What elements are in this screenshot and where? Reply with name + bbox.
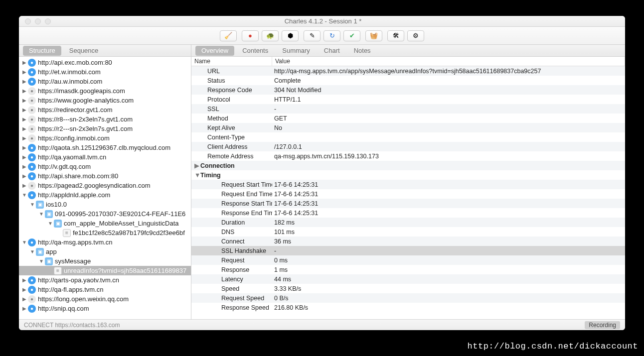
tree-node[interactable]: ▶●http://v.gdt.qq.com <box>19 162 191 171</box>
disclosure-icon[interactable]: ▶ <box>22 296 27 302</box>
table-row[interactable]: Request0 ms <box>191 255 625 265</box>
repeat-icon[interactable]: ↻ <box>323 30 340 41</box>
tab-notes[interactable]: Notes <box>347 45 378 56</box>
close-dot[interactable] <box>25 18 31 24</box>
table-row[interactable]: Request End Time17-6-6 14:25:31 <box>191 189 625 199</box>
disclosure-icon[interactable]: ▶ <box>22 98 27 103</box>
table-row[interactable]: SSL- <box>191 104 625 114</box>
tab-contents[interactable]: Contents <box>235 45 275 56</box>
tree-node[interactable]: ▶●https://config.inmobi.com <box>19 133 191 143</box>
validate-icon[interactable]: ✔ <box>343 30 360 41</box>
disclosure-icon[interactable]: ▶ <box>22 306 27 311</box>
disclosure-icon[interactable]: ▶ <box>22 277 27 283</box>
col-value[interactable]: Value <box>272 57 625 66</box>
disclosure-icon[interactable]: ▶ <box>22 154 27 160</box>
breakpoint-icon[interactable]: ⬢ <box>282 30 299 41</box>
tools-icon[interactable]: 🛠 <box>387 30 404 41</box>
tree-node[interactable]: ▼▣091-00995-20170307-3E9201C4-FEAF-11E6 <box>19 209 191 219</box>
tree-node[interactable]: ▶●http://api.exc.mob.com:80 <box>19 58 191 67</box>
tree-node[interactable]: ▼●http://appldnld.apple.com <box>19 190 191 200</box>
group-row[interactable]: ▼Timing <box>191 170 625 180</box>
tools-basket-icon[interactable]: 🧺 <box>365 30 382 41</box>
disclosure-icon[interactable]: ▼ <box>30 249 35 254</box>
table-row[interactable]: Connect36 ms <box>191 237 625 246</box>
table-row[interactable]: Request Speed0 B/s <box>191 293 625 303</box>
tab-overview[interactable]: Overview <box>195 46 234 56</box>
table-row[interactable]: Response Start Time17-6-6 14:25:31 <box>191 199 625 208</box>
table-row[interactable]: Speed3.33 KB/s <box>191 284 625 293</box>
tree-node[interactable]: ▶●https://www.google-analytics.com <box>19 96 191 105</box>
disclosure-icon[interactable]: ▶ <box>22 126 27 131</box>
disclosure-icon[interactable]: ▶ <box>22 107 27 113</box>
tree-node[interactable]: ▶●https://r8---sn-2x3eln7s.gvt1.com <box>19 115 191 124</box>
disclosure-icon[interactable]: ▶ <box>22 287 27 292</box>
table-row[interactable]: Response1 ms <box>191 265 625 274</box>
disclosure-icon[interactable]: ▼ <box>39 258 44 264</box>
disclosure-icon[interactable]: ▼ <box>194 172 199 179</box>
tree-node[interactable]: ▶●http://api.share.mob.com:80 <box>19 171 191 181</box>
disclosure-icon[interactable]: ▶ <box>22 173 27 179</box>
disclosure-icon[interactable]: ▼ <box>48 221 53 226</box>
recording-badge[interactable]: Recording <box>585 321 620 329</box>
disclosure-icon[interactable]: ▼ <box>39 211 44 217</box>
table-row[interactable]: Kept AliveNo <box>191 123 625 132</box>
disclosure-icon[interactable]: ▶ <box>22 88 27 94</box>
table-row[interactable]: DNS101 ms <box>191 227 625 237</box>
table-row[interactable]: StatusComplete <box>191 76 625 85</box>
tree-node[interactable]: ▶●http://qa.yaomall.tvm.cn <box>19 152 191 162</box>
tab-chart[interactable]: Chart <box>317 45 347 56</box>
disclosure-icon[interactable]: ▶ <box>194 162 199 169</box>
tree-node[interactable]: ▼▣ios10.0 <box>19 200 191 209</box>
tree-node[interactable]: ▶●https://r2---sn-2x3eln7s.gvt1.com <box>19 124 191 133</box>
tree-node[interactable]: ▶●https://long.open.weixin.qq.com <box>19 294 191 304</box>
record-icon[interactable]: ● <box>242 30 259 41</box>
table-row[interactable]: Remote Addressqa-msg.apps.tvm.cn/115.159… <box>191 151 625 161</box>
minimize-dot[interactable] <box>35 18 41 24</box>
disclosure-icon[interactable]: ▼ <box>22 192 27 198</box>
group-row[interactable]: ▶Connection <box>191 161 625 170</box>
tree-node[interactable]: ▼▣sysMessage <box>19 256 191 266</box>
tree-node[interactable]: ▶●https://redirector.gvt1.com <box>19 105 191 115</box>
overview-rows[interactable]: URLhttp://qa-msg.apps.tvm.cn/app/sysMess… <box>191 66 625 319</box>
disclosure-icon[interactable]: ▶ <box>22 135 27 141</box>
table-row[interactable]: Response Code304 Not Modified <box>191 85 625 95</box>
tree-node[interactable]: ▶●http://qarts-opa.yaotv.tvm.cn <box>19 275 191 285</box>
disclosure-icon[interactable]: ▶ <box>22 183 27 188</box>
edit-icon[interactable]: ✎ <box>304 30 321 41</box>
table-row[interactable]: SSL Handshake- <box>191 246 625 255</box>
settings-icon[interactable]: ⚙ <box>407 30 424 41</box>
tree-node[interactable]: ▶●https://imasdk.googleapis.com <box>19 86 191 96</box>
tree-node[interactable]: ▶●http://qaota.sh.1251296367.clb.myqclou… <box>19 143 191 152</box>
disclosure-icon[interactable]: ▶ <box>22 79 27 84</box>
table-row[interactable]: ProtocolHTTP/1.1 <box>191 95 625 104</box>
broom-icon[interactable]: 🧹 <box>220 30 237 41</box>
table-row[interactable]: Response Speed216.80 KB/s <box>191 303 625 312</box>
table-row[interactable]: Duration182 ms <box>191 218 625 227</box>
tab-summary[interactable]: Summary <box>275 45 317 56</box>
table-row[interactable]: Client Address/127.0.0.1 <box>191 142 625 151</box>
table-row[interactable]: MethodGET <box>191 114 625 123</box>
disclosure-icon[interactable]: ▶ <box>22 164 27 169</box>
table-row[interactable]: URLhttp://qa-msg.apps.tvm.cn/app/sysMess… <box>191 66 625 76</box>
structure-tree[interactable]: ▶●http://api.exc.mob.com:80▶●http://et.w… <box>19 57 191 319</box>
tree-node[interactable]: ▼▣app <box>19 247 191 256</box>
tree-node[interactable]: ▶●https://pagead2.googlesyndication.com <box>19 181 191 190</box>
table-row[interactable]: Request Start Time17-6-6 14:25:31 <box>191 180 625 189</box>
disclosure-icon[interactable]: ▶ <box>22 145 27 150</box>
zoom-dot[interactable] <box>45 18 51 24</box>
tree-node[interactable]: ≡fe1bc1f2e8c52a987b179fc9cd2f3ee6bf <box>19 228 191 237</box>
tree-node[interactable]: ▶●http://snip.qq.com <box>19 304 191 313</box>
tree-node[interactable]: ▼●http://qa-msg.apps.tvm.cn <box>19 237 191 247</box>
tree-node[interactable]: ▼▣com_apple_MobileAsset_LinguisticData <box>19 219 191 228</box>
tree-node[interactable]: ≡unreadInfos?tvmid=sjh58aac51611689837 <box>19 266 191 275</box>
disclosure-icon[interactable]: ▶ <box>22 117 27 122</box>
tree-node[interactable]: ▶●http://au.w.inmobi.com <box>19 77 191 86</box>
table-row[interactable]: Content-Type <box>191 132 625 142</box>
throttle-icon[interactable]: 🐢 <box>262 30 279 41</box>
disclosure-icon[interactable]: ▼ <box>22 239 27 245</box>
tab-sequence[interactable]: Sequence <box>62 45 106 56</box>
tab-structure[interactable]: Structure <box>23 46 61 56</box>
disclosure-icon[interactable]: ▼ <box>30 202 35 207</box>
disclosure-icon[interactable]: ▶ <box>22 60 27 65</box>
table-row[interactable]: Latency44 ms <box>191 274 625 284</box>
